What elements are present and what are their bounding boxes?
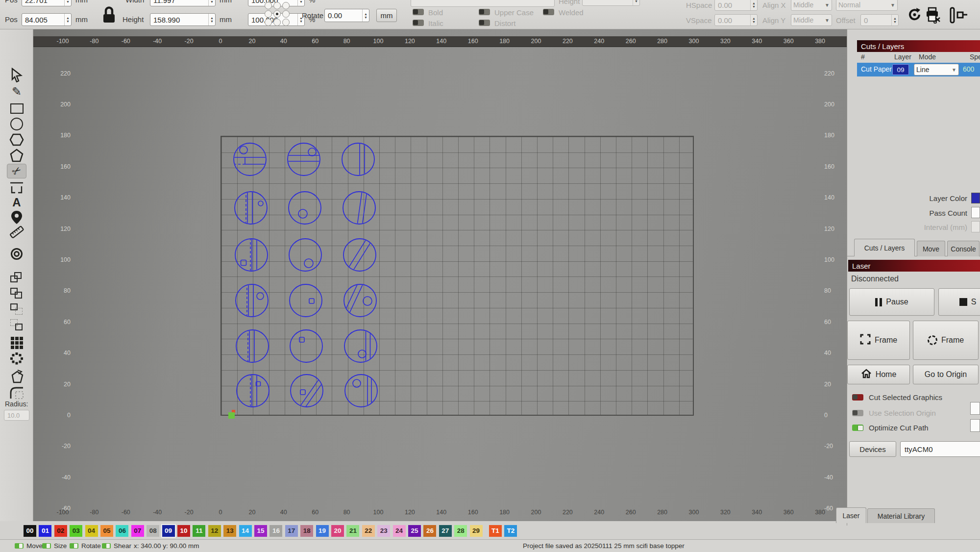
layer-row[interactable]: Cut Paper 09 Line▼ 600 — [857, 63, 980, 76]
offset-shapes-tool[interactable] — [7, 370, 26, 384]
design-circle-6[interactable] — [343, 187, 375, 230]
height-field[interactable]: 158.990▲▼ — [150, 13, 216, 26]
design-circle-18[interactable] — [345, 369, 377, 412]
layer-color-swatch[interactable] — [971, 193, 980, 203]
text-height-field[interactable]: ▲▼ — [582, 0, 640, 6]
palette-swatch-11[interactable]: 11 — [193, 525, 205, 537]
italic-toggle[interactable] — [413, 20, 424, 26]
text-style-dropdown[interactable]: Normal▼ — [836, 0, 898, 11]
home-button[interactable]: Home — [847, 365, 910, 384]
design-circle-14[interactable] — [290, 330, 322, 362]
ypos-spinner[interactable]: ▲▼ — [64, 14, 71, 25]
rectangle-tool[interactable] — [7, 101, 26, 116]
design-circle-4[interactable] — [235, 186, 267, 229]
palette-swatch-24[interactable]: 24 — [393, 525, 406, 537]
palette-swatch-15[interactable]: 15 — [254, 525, 267, 537]
stop-button[interactable]: S — [938, 288, 980, 316]
interval-field[interactable] — [971, 221, 980, 232]
design-circle-7[interactable] — [235, 233, 268, 276]
status-toggle-shear[interactable]: Shear — [102, 542, 131, 550]
optimization-settings-field-2[interactable] — [970, 419, 980, 432]
anchor-center[interactable] — [273, 10, 281, 18]
layer-color-badge[interactable]: 09 — [892, 64, 909, 75]
palette-swatch-14[interactable]: 14 — [239, 525, 252, 537]
optimize-cut-path-toggle[interactable] — [852, 425, 863, 431]
palette-swatch-18[interactable]: 18 — [300, 525, 313, 537]
palette-swatch-13[interactable]: 13 — [223, 525, 236, 537]
frame-circle-button[interactable]: Frame — [913, 321, 979, 360]
anchor-point-selector[interactable] — [265, 2, 290, 26]
rotate-field[interactable]: 0.00▲▼ — [324, 9, 369, 22]
palette-swatch-10[interactable]: 10 — [177, 525, 190, 537]
tab-material-library[interactable]: Material Library — [867, 508, 935, 523]
radius-corner-tool[interactable] — [7, 385, 26, 400]
ypos-field[interactable]: 84.005▲▼ — [22, 13, 72, 26]
tab-console[interactable]: Console — [947, 241, 980, 256]
palette-swatch-16[interactable]: 16 — [270, 525, 282, 537]
xpos-spinner[interactable]: ▲▼ — [64, 0, 71, 6]
polygon-tool[interactable] — [7, 132, 26, 147]
align-x-dropdown[interactable]: Middle▼ — [791, 0, 832, 11]
palette-swatch-05[interactable]: 05 — [100, 525, 113, 537]
measure-tool[interactable] — [7, 225, 26, 239]
design-circle-8[interactable] — [289, 239, 321, 271]
palette-swatch-19[interactable]: 19 — [316, 525, 329, 537]
palette-swatch-02[interactable]: 02 — [54, 525, 67, 537]
design-circle-2[interactable] — [288, 143, 320, 176]
select-tool[interactable] — [7, 68, 26, 82]
design-circle-9[interactable] — [343, 235, 376, 275]
devices-button[interactable]: Devices — [849, 441, 896, 457]
pass-count-field[interactable] — [971, 207, 980, 218]
pentagon-tool[interactable] — [7, 148, 26, 163]
palette-swatch-00[interactable]: 00 — [24, 525, 36, 537]
tab-laser[interactable]: Laser — [836, 507, 866, 523]
palette-swatch-29[interactable]: 29 — [470, 525, 483, 537]
palette-swatch-23[interactable]: 23 — [377, 525, 390, 537]
design-circle-11[interactable] — [290, 284, 322, 317]
units-button[interactable]: mm — [376, 9, 397, 22]
device-port-dropdown[interactable]: ttyACM0 — [900, 441, 980, 457]
palette-swatch-09[interactable]: 09 — [162, 525, 175, 537]
design-objects[interactable] — [33, 29, 847, 521]
bold-toggle[interactable] — [413, 9, 424, 15]
node-tool-icon[interactable] — [949, 6, 968, 26]
palette-swatch-07[interactable]: 07 — [131, 525, 144, 537]
position-laser-tool[interactable] — [7, 210, 26, 225]
status-toggle-size[interactable]: Size — [42, 542, 67, 550]
boolean-subtract-tool[interactable] — [7, 302, 26, 317]
text-tool[interactable]: A — [7, 195, 26, 210]
cut-selected-toggle[interactable] — [852, 394, 863, 401]
palette-swatch-25[interactable]: 25 — [408, 525, 421, 537]
design-circle-16[interactable] — [237, 369, 269, 412]
circular-array-tool[interactable] — [7, 351, 26, 366]
refresh-icon[interactable] — [907, 7, 922, 25]
radius-field[interactable]: 10.0 — [4, 410, 29, 421]
workspace-canvas[interactable]: -100-80-60-40-20020406080100120140160180… — [33, 29, 847, 521]
palette-swatch-T1[interactable]: T1 — [489, 525, 502, 537]
palette-swatch-21[interactable]: 21 — [346, 525, 359, 537]
palette-swatch-27[interactable]: 27 — [439, 525, 452, 537]
font-dropdown[interactable] — [411, 0, 555, 7]
design-circle-17[interactable] — [291, 375, 326, 413]
palette-swatch-08[interactable]: 08 — [147, 525, 159, 537]
palette-swatch-03[interactable]: 03 — [70, 525, 82, 537]
offset-field[interactable]: 0▲▼ — [860, 14, 899, 26]
palette-swatch-T2[interactable]: T2 — [504, 525, 517, 537]
palette-swatch-12[interactable]: 12 — [208, 525, 221, 537]
draw-lines-tool[interactable]: ✎ — [7, 84, 26, 99]
design-circle-1[interactable] — [234, 143, 266, 176]
status-toggle-move[interactable]: Move — [15, 542, 43, 550]
design-circle-15[interactable] — [344, 325, 377, 368]
layer-mode-dropdown[interactable]: Line▼ — [914, 64, 959, 75]
ellipse-tool[interactable] — [7, 117, 26, 131]
design-circle-10[interactable] — [236, 279, 268, 322]
palette-swatch-28[interactable]: 28 — [454, 525, 467, 537]
align-y-dropdown[interactable]: Middle▼ — [791, 14, 832, 26]
boolean-weld-tool[interactable] — [7, 271, 26, 285]
vspace-field[interactable]: 0.00▲▼ — [714, 14, 758, 26]
palette-swatch-17[interactable]: 17 — [285, 525, 298, 537]
width-field[interactable]: 11.997▲▼ — [150, 0, 216, 6]
design-circle-5[interactable] — [289, 192, 321, 224]
status-toggle-rotate[interactable]: Rotate — [70, 542, 101, 550]
design-circle-3[interactable] — [342, 138, 374, 181]
